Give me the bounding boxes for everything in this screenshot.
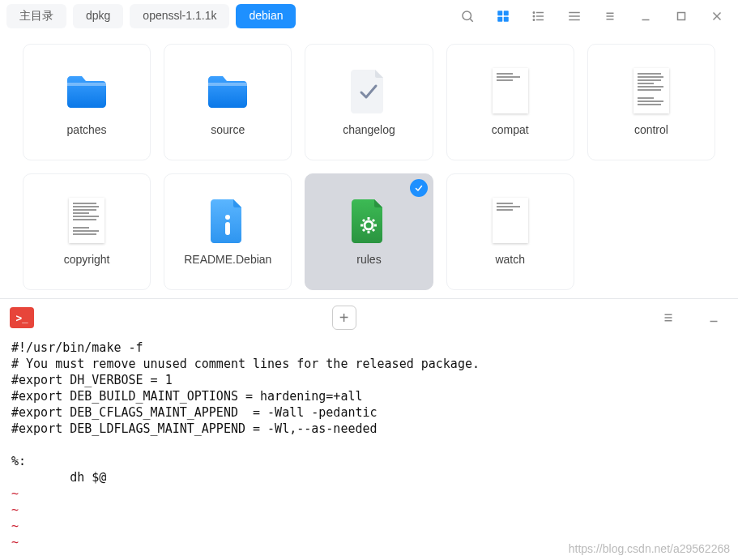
svg-rect-19 <box>678 13 685 20</box>
terminal-menu-icon[interactable] <box>654 306 683 329</box>
folder-icon <box>64 68 109 113</box>
minimize-icon[interactable] <box>631 5 660 28</box>
terminal-panel: >_ + #!/usr/bin/make -f # You must remov… <box>0 298 738 554</box>
file-label: compat <box>492 123 529 136</box>
file-item-patches[interactable]: patches <box>23 44 151 160</box>
svg-rect-3 <box>504 11 509 15</box>
breadcrumb-item-1[interactable]: dpkg <box>73 4 123 28</box>
file-label: source <box>211 123 245 136</box>
svg-point-24 <box>225 215 230 220</box>
svg-line-34 <box>373 229 374 231</box>
file-grid: patchessourcechangelogcompatcontrolcopyr… <box>23 44 715 290</box>
file-item-source[interactable]: source <box>164 44 292 160</box>
close-icon[interactable] <box>702 5 732 28</box>
file-label: watch <box>495 253 525 266</box>
menu-icon[interactable] <box>595 5 625 28</box>
terminal-tabbar: >_ + <box>0 299 738 336</box>
list-view-icon[interactable] <box>524 5 553 28</box>
detail-view-icon[interactable] <box>560 5 589 28</box>
svg-point-10 <box>533 15 535 17</box>
svg-rect-22 <box>67 83 106 86</box>
toolbar: 主目录dpkgopenssl-1.1.1kdebian <box>0 0 738 32</box>
file-item-copyright[interactable]: copyright <box>23 173 151 290</box>
file-item-readme-debian[interactable]: README.Debian <box>164 173 292 290</box>
svg-rect-23 <box>208 83 247 86</box>
doc-sparse-icon <box>488 68 533 113</box>
svg-line-31 <box>363 220 365 221</box>
check-icon <box>346 68 391 113</box>
info-icon <box>205 198 250 243</box>
file-label: copyright <box>64 253 110 266</box>
file-area: patchessourcechangelogcompatcontrolcopyr… <box>0 32 738 298</box>
breadcrumb-item-3[interactable]: debian <box>236 4 296 28</box>
terminal-minimize-icon[interactable] <box>699 306 728 329</box>
svg-rect-4 <box>497 17 502 22</box>
file-label: README.Debian <box>184 253 271 266</box>
doc-sparse-icon <box>488 198 533 243</box>
doc-icon <box>64 198 109 243</box>
file-label: patches <box>67 123 107 136</box>
file-item-control[interactable]: control <box>587 44 715 160</box>
svg-rect-25 <box>225 222 230 235</box>
watermark: https://blog.csdn.net/a29562268 <box>569 542 730 555</box>
file-item-compat[interactable]: compat <box>446 44 574 160</box>
new-tab-button[interactable]: + <box>332 306 356 330</box>
svg-line-32 <box>373 220 374 221</box>
svg-rect-2 <box>497 11 502 15</box>
svg-line-1 <box>470 19 472 21</box>
terminal-content[interactable]: #!/usr/bin/make -f # You must remove unu… <box>0 336 738 554</box>
doc-icon <box>629 68 674 113</box>
svg-point-11 <box>533 19 535 21</box>
breadcrumb-item-2[interactable]: openssl-1.1.1k <box>130 4 229 28</box>
file-label: control <box>634 123 668 136</box>
breadcrumb-item-0[interactable]: 主目录 <box>6 4 66 28</box>
terminal-app-icon: >_ <box>10 307 34 328</box>
svg-rect-5 <box>504 17 509 22</box>
maximize-icon[interactable] <box>667 5 696 28</box>
breadcrumb: 主目录dpkgopenssl-1.1.1kdebian <box>6 4 296 28</box>
selected-badge <box>410 179 428 197</box>
file-item-rules[interactable]: rules <box>305 173 433 290</box>
file-label: changelog <box>343 123 395 136</box>
file-item-changelog[interactable]: changelog <box>305 44 433 160</box>
svg-line-33 <box>363 229 365 231</box>
folder-icon <box>205 68 250 113</box>
file-item-watch[interactable]: watch <box>446 173 574 290</box>
file-label: rules <box>356 253 381 266</box>
search-icon[interactable] <box>453 5 482 28</box>
svg-point-0 <box>463 11 471 20</box>
svg-point-9 <box>533 12 535 14</box>
grid-view-icon[interactable] <box>488 5 518 28</box>
gear-icon <box>346 198 391 243</box>
